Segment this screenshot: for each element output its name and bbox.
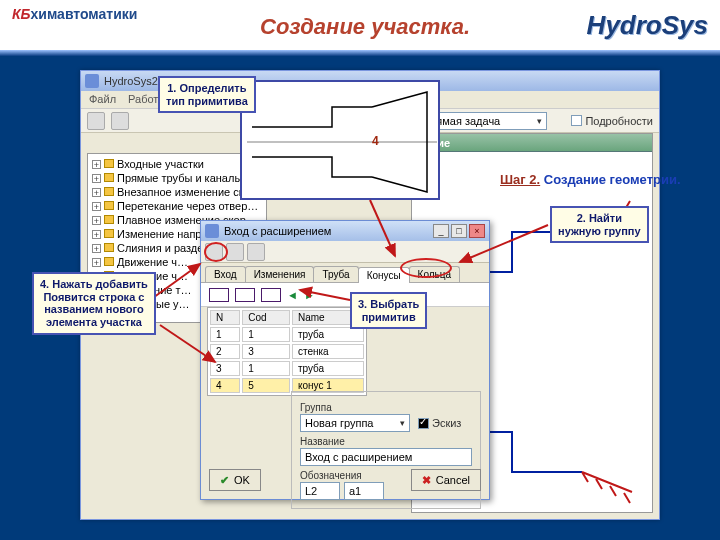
app-icon (85, 74, 99, 88)
logo: КБхимавтоматики (12, 6, 137, 22)
highlight-circle-tab (400, 258, 452, 278)
ok-button[interactable]: ✔OK (209, 469, 261, 491)
dialog-title: Вход с расширением (224, 225, 331, 237)
dialog-icon (205, 224, 219, 238)
callout-1: 1. Определить тип примитива (158, 76, 256, 113)
tree-item: +Прямые трубы и каналы (92, 171, 262, 185)
open-icon[interactable] (111, 112, 129, 130)
close-button[interactable]: × (469, 224, 485, 238)
name-input[interactable] (300, 448, 472, 466)
main-title: HydroSys2 (104, 75, 158, 87)
primitive-preview: 4 (240, 80, 440, 200)
shape-glyph[interactable] (235, 288, 255, 302)
callout-2: 2. Найти нужную группу (550, 206, 649, 243)
tab-input[interactable]: Вход (205, 266, 246, 282)
tree-item: +Перетекание через отвер… (92, 199, 262, 213)
table-row: 11труба (210, 327, 364, 342)
header-stripe (0, 50, 720, 56)
group-select[interactable]: Новая группа (300, 414, 410, 432)
new-icon[interactable] (87, 112, 105, 130)
tab-pipe[interactable]: Труба (313, 266, 358, 282)
tree-item: +Внезапное изменение ск… (92, 185, 262, 199)
slide-title: Создание участка. (260, 14, 470, 40)
brand: HydroSys (587, 10, 708, 41)
slide-header: КБхимавтоматики Создание участка. HydroS… (0, 0, 720, 55)
properties-group: Группа Новая группа ✓Эскиз Название Обоз… (291, 391, 481, 509)
details-checkbox[interactable]: Подробности (571, 115, 653, 127)
dialog-titlebar[interactable]: Вход с расширением _ □ × (201, 221, 489, 241)
dialog-toolbar (201, 241, 489, 263)
tree-item: +Входные участки (92, 157, 262, 171)
shape-glyph[interactable] (209, 288, 229, 302)
group-label: Группа (300, 402, 472, 413)
callout-4: 4. Нажать добавить Появится строка с наз… (32, 272, 156, 335)
shape-glyph[interactable] (261, 288, 281, 302)
name-label: Название (300, 436, 472, 447)
table-row: 31труба (210, 361, 364, 376)
toolbar-btn[interactable] (226, 243, 244, 261)
primitive-number: 4 (372, 134, 379, 148)
toolbar-btn[interactable] (247, 243, 265, 261)
canvas-header: чение (412, 134, 652, 152)
table-row: 23стенка (210, 344, 364, 359)
callout-3: 3. Выбрать примитив (350, 292, 427, 329)
highlight-circle-add (204, 242, 228, 262)
elements-table[interactable]: NCodName 11труба 23стенка 31труба 45кону… (207, 307, 367, 396)
dialog-sketch-checkbox[interactable]: ✓Эскиз (418, 417, 461, 429)
cancel-button[interactable]: ✖Cancel (411, 469, 481, 491)
shape-glyph-row: ◄► (201, 283, 489, 307)
step-header: Шаг 2. Создание геометрии. (500, 172, 681, 187)
menu-file[interactable]: Файл (89, 93, 116, 106)
minimize-button[interactable]: _ (433, 224, 449, 238)
tab-changes[interactable]: Изменения (245, 266, 315, 282)
maximize-button[interactable]: □ (451, 224, 467, 238)
